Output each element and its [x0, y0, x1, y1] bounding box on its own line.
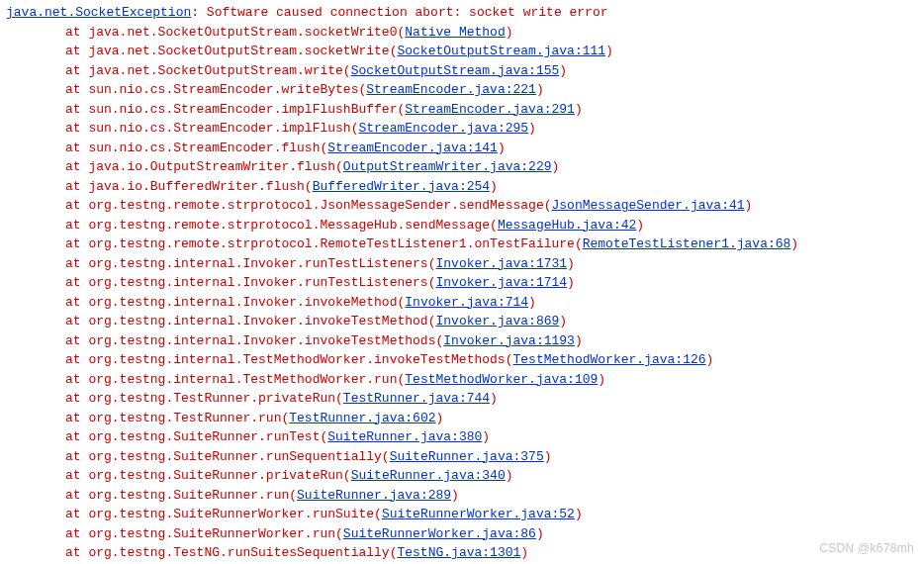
frame-source-link[interactable]: BufferedWriter.java:254: [313, 179, 490, 194]
paren-close: ): [506, 468, 513, 483]
frame-source-link[interactable]: SuiteRunner.java:375: [390, 449, 544, 464]
stack-frame: at org.testng.SuiteRunnerWorker.runSuite…: [6, 505, 918, 524]
frame-source-link[interactable]: Native Method: [405, 25, 505, 40]
frame-method: at org.testng.internal.Invoker.invokeTes…: [65, 333, 435, 348]
paren-close: ): [706, 352, 714, 367]
frame-method: at org.testng.internal.TestMethodWorker.…: [65, 372, 397, 387]
frame-source-link[interactable]: Invoker.java:869: [435, 314, 559, 329]
frame-method-text: org.testng.SuiteRunner.run: [88, 488, 289, 503]
frame-method: at org.testng.remote.strprotocol.RemoteT…: [65, 236, 575, 251]
frame-method-text: java.io.BufferedWriter.flush: [88, 179, 304, 194]
paren-open: (: [374, 507, 382, 521]
paren-open: (: [490, 218, 498, 233]
frame-source-link[interactable]: TestRunner.java:602: [289, 411, 435, 425]
stack-frame: at org.testng.internal.TestMethodWorker.…: [6, 370, 918, 390]
stack-frame: at org.testng.internal.Invoker.invokeTes…: [6, 331, 918, 351]
frame-source-link[interactable]: Invoker.java:714: [405, 295, 528, 310]
frame-method: at org.testng.SuiteRunnerWorker.run: [65, 526, 335, 541]
paren-close: ): [528, 121, 536, 136]
frame-method-text: org.testng.remote.strprotocol.RemoteTest…: [88, 236, 574, 251]
frame-source-link[interactable]: Invoker.java:1193: [443, 333, 575, 348]
frame-method-text: org.testng.SuiteRunner.privateRun: [88, 468, 342, 483]
exception-class[interactable]: java.net.SocketException: [6, 5, 191, 20]
frame-source-link[interactable]: Invoker.java:1714: [435, 275, 567, 290]
frame-method: at org.testng.internal.Invoker.invokeTes…: [65, 314, 428, 329]
frame-method: at org.testng.TestRunner.run: [65, 411, 281, 425]
frame-method: at org.testng.remote.strprotocol.Message…: [65, 218, 490, 233]
stack-frame: at org.testng.remote.strprotocol.RemoteT…: [6, 235, 918, 254]
frame-method: at org.testng.internal.Invoker.runTestLi…: [65, 256, 428, 271]
frame-method: at org.testng.TestNG.runSuitesSequential…: [65, 545, 390, 560]
frame-source-link[interactable]: SocketOutputStream.java:111: [397, 44, 605, 58]
paren-close: ): [436, 411, 444, 425]
frame-source-link[interactable]: TestMethodWorker.java:126: [513, 352, 706, 367]
frame-method-text: org.testng.TestRunner.privateRun: [88, 391, 335, 406]
frame-source-link[interactable]: SocketOutputStream.java:155: [351, 63, 560, 78]
paren-close: ): [482, 429, 490, 444]
frame-source-link[interactable]: MessageHub.java:42: [498, 218, 636, 233]
frame-method-text: org.testng.internal.Invoker.invokeTestMe…: [88, 314, 427, 329]
stack-frame: at java.io.OutputStreamWriter.flush(Outp…: [6, 157, 918, 177]
frame-source-link[interactable]: SuiteRunner.java:289: [297, 488, 451, 503]
paren-close: ): [544, 449, 552, 464]
frame-method: at org.testng.internal.Invoker.invokeMet…: [65, 295, 397, 310]
frame-source-link[interactable]: SuiteRunnerWorker.java:86: [343, 526, 536, 541]
paren-close: ): [536, 82, 544, 97]
frame-method-text: org.testng.SuiteRunnerWorker.run: [88, 526, 335, 541]
frame-method: at sun.nio.cs.StreamEncoder.implFlushBuf…: [65, 102, 397, 117]
frame-method: at org.testng.internal.Invoker.runTestLi…: [65, 275, 428, 290]
paren-close: ): [567, 256, 575, 271]
frame-source-link[interactable]: OutputStreamWriter.java:229: [343, 159, 552, 174]
paren-open: (: [343, 468, 351, 483]
paren-close: ): [490, 391, 498, 406]
frame-source-link[interactable]: TestRunner.java:744: [343, 391, 490, 406]
frame-source-link[interactable]: SuiteRunnerWorker.java:52: [382, 507, 575, 521]
frame-method-text: java.net.SocketOutputStream.socketWrite: [88, 44, 389, 58]
stack-frame: at org.testng.SuiteRunner.runSequentiall…: [6, 447, 918, 467]
stack-frame: at org.testng.remote.strprotocol.JsonMes…: [6, 196, 918, 216]
paren-open: (: [335, 526, 343, 541]
frame-source-link[interactable]: SuiteRunner.java:380: [327, 429, 482, 444]
frame-source-link[interactable]: StreamEncoder.java:221: [366, 82, 536, 97]
frame-method-text: org.testng.remote.strprotocol.JsonMessag…: [88, 198, 543, 213]
frame-source-link[interactable]: JsonMessageSender.java:41: [552, 198, 745, 213]
frame-method: at org.testng.SuiteRunnerWorker.runSuite: [65, 507, 374, 521]
frame-method: at org.testng.remote.strprotocol.JsonMes…: [65, 198, 544, 213]
paren-open: (: [305, 179, 313, 194]
stack-frame: at java.net.SocketOutputStream.socketWri…: [6, 23, 918, 43]
frame-source-link[interactable]: SuiteRunner.java:340: [351, 468, 506, 483]
frame-source-link[interactable]: TestMethodWorker.java:109: [405, 372, 598, 387]
paren-close: ): [536, 526, 544, 541]
stack-frame: at org.testng.SuiteRunnerWorker.run(Suit…: [6, 524, 918, 544]
stack-frame: at sun.nio.cs.StreamEncoder.implFlushBuf…: [6, 100, 918, 120]
paren-close: ): [498, 141, 506, 155]
paren-open: (: [289, 488, 297, 503]
frame-method-text: org.testng.TestRunner.run: [88, 411, 281, 425]
stack-frame: at org.testng.SuiteRunner.run(SuiteRunne…: [6, 486, 918, 506]
frame-method: at java.io.BufferedWriter.flush: [65, 179, 305, 194]
frame-method: at org.testng.TestRunner.privateRun: [65, 391, 335, 406]
paren-close: ): [605, 44, 613, 58]
frame-source-link[interactable]: TestNG.java:1301: [397, 545, 520, 560]
frame-method: at org.testng.internal.TestMethodWorker.…: [65, 352, 506, 367]
stack-frame: at sun.nio.cs.StreamEncoder.implFlush(St…: [6, 119, 918, 139]
frame-method-text: org.testng.internal.Invoker.runTestListe…: [88, 275, 427, 290]
paren-close: ): [575, 507, 583, 521]
frame-source-link[interactable]: StreamEncoder.java:291: [405, 102, 575, 117]
stack-frame: at sun.nio.cs.StreamEncoder.writeBytes(S…: [6, 80, 918, 100]
paren-open: (: [575, 236, 583, 251]
frame-source-link[interactable]: Invoker.java:1731: [435, 256, 567, 271]
frame-method-text: org.testng.internal.Invoker.runTestListe…: [88, 256, 427, 271]
frame-method-text: org.testng.remote.strprotocol.MessageHub…: [88, 218, 490, 233]
exception-message: : Software caused connection abort: sock…: [191, 5, 607, 20]
frame-source-link[interactable]: RemoteTestListener1.java:68: [583, 236, 791, 251]
frame-method: at java.io.OutputStreamWriter.flush: [65, 159, 335, 174]
paren-open: (: [506, 352, 513, 367]
frame-method: at org.testng.SuiteRunner.run: [65, 488, 289, 503]
frame-source-link[interactable]: StreamEncoder.java:295: [358, 121, 528, 136]
stack-frame: at java.net.SocketOutputStream.write(Soc…: [6, 61, 918, 81]
stack-frame: at java.net.SocketOutputStream.socketWri…: [6, 42, 918, 61]
paren-open: (: [343, 63, 351, 78]
stack-frame: at org.testng.TestRunner.privateRun(Test…: [6, 389, 918, 409]
frame-source-link[interactable]: StreamEncoder.java:141: [327, 141, 498, 155]
